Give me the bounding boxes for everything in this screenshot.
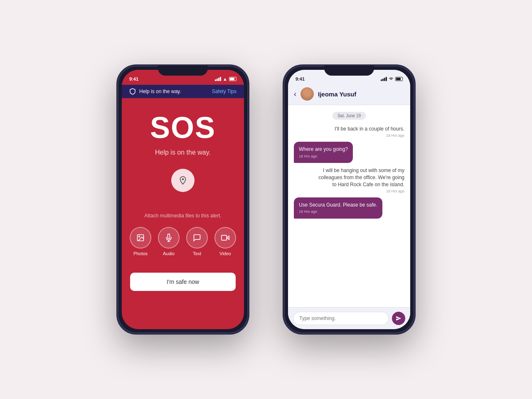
media-buttons: Photos Audio <box>130 227 236 256</box>
photos-icon <box>130 227 151 249</box>
chat-wifi-icon <box>389 77 394 81</box>
chat-phone: 9:41 <box>283 64 416 335</box>
sos-title: SOS <box>150 111 216 145</box>
sos-nav-title: Help is on the way. <box>139 89 181 94</box>
wifi-icon: ▲ <box>223 76 227 81</box>
sos-time: 9:41 <box>129 76 138 81</box>
battery-icon <box>229 77 236 81</box>
message-4-time: 18 Hrs ago <box>299 209 377 214</box>
safety-tips-link[interactable]: Safety Tips <box>212 89 236 94</box>
video-label: Video <box>219 251 231 256</box>
attach-text: Attach multimedia files to this alert. <box>144 213 221 219</box>
message-1-text: I'll be back in a couple of hours. <box>335 126 404 133</box>
sos-content: SOS Help is on the way. Attach multimedi… <box>122 98 244 329</box>
photos-button[interactable]: Photos <box>130 227 151 256</box>
message-3-text: I will be hanging out with some of my co… <box>316 167 404 188</box>
video-icon <box>214 227 236 249</box>
message-4: Use Secura Guard. Please be safe. 18 Hrs… <box>294 197 382 219</box>
sos-subtitle: Help is on the way. <box>155 149 211 156</box>
message-2-text: Where are you going? <box>299 146 348 153</box>
message-3: I will be hanging out with some of my co… <box>316 167 404 193</box>
message-2-time: 18 Hrs ago <box>299 154 348 159</box>
audio-label: Audio <box>163 251 175 256</box>
sos-status-icons: ▲ <box>215 76 236 81</box>
sos-navbar: Help is on the way. Safety Tips <box>122 85 244 98</box>
date-label: Sat. June 19 <box>332 112 366 120</box>
back-button[interactable]: ‹ <box>294 90 296 99</box>
svg-point-0 <box>182 178 184 180</box>
chat-notch <box>324 66 374 76</box>
chat-battery-icon <box>395 77 403 81</box>
chat-time: 9:41 <box>296 76 305 81</box>
message-4-bubble: Use Secura Guard. Please be safe. 18 Hrs… <box>294 197 382 219</box>
message-2-bubble: Where are you going? 18 Hrs ago <box>294 142 353 163</box>
chat-signal-icon <box>381 77 387 81</box>
chat-input-bar <box>288 307 410 329</box>
message-2: Where are you going? 18 Hrs ago <box>294 142 353 163</box>
text-icon <box>186 227 208 249</box>
message-4-text: Use Secura Guard. Please be safe. <box>299 202 377 209</box>
svg-rect-6 <box>222 235 227 240</box>
contact-avatar <box>300 87 314 101</box>
audio-icon <box>158 227 180 249</box>
message-1-time: 18 Hrs ago <box>335 133 404 138</box>
sos-nav-left: Help is on the way. <box>129 88 181 95</box>
text-button[interactable]: Text <box>186 227 208 256</box>
svg-marker-5 <box>227 236 229 239</box>
avatar-image <box>300 87 314 101</box>
safe-now-button[interactable]: I'm safe now <box>130 273 236 291</box>
location-button[interactable] <box>171 169 195 192</box>
chat-input[interactable] <box>293 312 389 325</box>
notch <box>158 66 208 76</box>
sos-phone: 9:41 ▲ <box>116 64 249 335</box>
send-button[interactable] <box>392 312 405 325</box>
shield-icon <box>129 88 136 95</box>
audio-button[interactable]: Audio <box>158 227 180 256</box>
svg-point-2 <box>139 236 140 237</box>
contact-name: Ijeoma Yusuf <box>318 91 356 98</box>
photos-label: Photos <box>133 251 148 256</box>
video-button[interactable]: Video <box>214 227 236 256</box>
message-3-time: 18 Hrs ago <box>316 189 404 193</box>
signal-icon <box>215 77 221 81</box>
text-label: Text <box>193 251 201 256</box>
message-1: I'll be back in a couple of hours. 18 Hr… <box>335 126 404 138</box>
chat-messages: Sat. June 19 I'll be back in a couple of… <box>288 105 410 307</box>
chat-status-icons <box>381 77 403 81</box>
send-icon <box>396 315 401 321</box>
location-icon <box>178 176 187 185</box>
chat-navbar: ‹ Ijeoma Yusuf <box>288 85 410 105</box>
